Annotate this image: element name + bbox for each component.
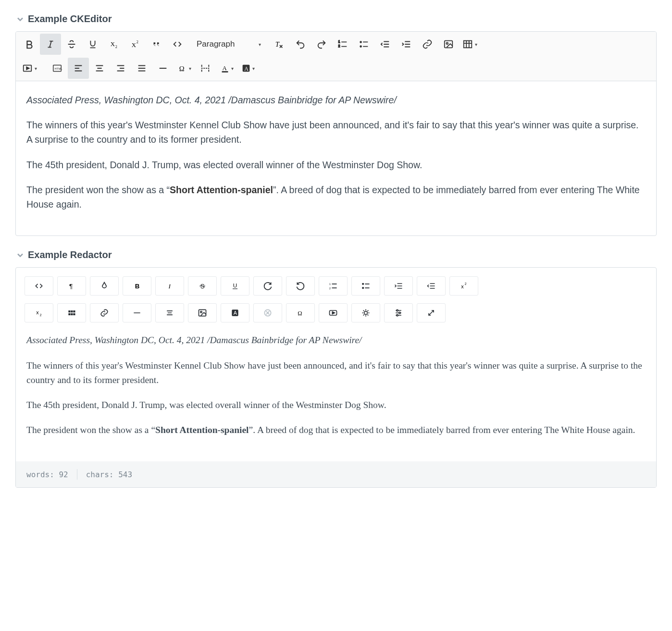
undo-button[interactable] (290, 34, 311, 55)
svg-point-104 (364, 311, 368, 315)
svg-text:Ω: Ω (179, 65, 184, 73)
svg-text:Ω: Ω (298, 310, 302, 317)
italic-button[interactable] (40, 34, 61, 55)
blockquote-button[interactable] (146, 34, 167, 55)
bold-button[interactable]: B (123, 276, 151, 296)
chevron-down-icon: ▾ (231, 66, 234, 71)
fullscreen-button[interactable] (417, 303, 446, 322)
svg-text:A: A (244, 65, 249, 72)
svg-point-95 (200, 311, 202, 313)
field-label: Example Redactor (28, 249, 112, 260)
svg-text:x: x (36, 309, 39, 315)
svg-line-109 (363, 310, 364, 311)
svg-text:1: 1 (338, 40, 340, 43)
svg-line-110 (368, 315, 369, 316)
special-characters-button[interactable]: Ω (286, 303, 315, 322)
ckeditor-content[interactable]: Associated Press, Washington DC, Oct. 4,… (16, 81, 656, 235)
redo-button[interactable] (311, 34, 332, 55)
code-button[interactable] (167, 34, 188, 55)
svg-marker-33 (26, 67, 29, 70)
svg-line-111 (363, 315, 364, 316)
align-center-button[interactable] (89, 58, 110, 79)
align-left-button[interactable] (68, 58, 89, 79)
html-embed-button[interactable]: HTML (47, 58, 68, 79)
video-button[interactable] (319, 303, 348, 322)
image-button[interactable] (438, 34, 459, 55)
strikethrough-button[interactable] (61, 34, 82, 55)
svg-point-117 (399, 312, 400, 314)
format-button[interactable]: ¶ (57, 276, 86, 296)
svg-text:x: x (461, 284, 464, 289)
heading-dropdown[interactable]: Paragraph ▾ (191, 35, 266, 54)
numbered-list-button[interactable]: 12 (332, 34, 353, 55)
indent-button[interactable] (384, 276, 413, 296)
link-button[interactable] (417, 34, 438, 55)
alignment-button[interactable] (155, 303, 184, 322)
svg-text:1: 1 (329, 283, 331, 286)
indent-button[interactable] (396, 34, 417, 55)
subscript-button[interactable]: X2 (103, 34, 124, 55)
table-button[interactable]: ▾ (459, 34, 480, 55)
svg-rect-84 (68, 310, 70, 312)
chevron-down-icon: ▾ (475, 42, 477, 47)
chevron-down-icon: ▾ (189, 66, 191, 71)
align-justify-button[interactable] (131, 58, 152, 79)
chevron-down-icon: ▾ (259, 42, 261, 47)
field-heading-redactor[interactable]: Example Redactor (15, 249, 657, 260)
bulleted-list-button[interactable] (353, 34, 374, 55)
undo-button[interactable] (286, 276, 315, 296)
link-button[interactable] (90, 303, 119, 322)
font-background-color-button[interactable]: A▾ (237, 58, 258, 79)
align-right-button[interactable] (110, 58, 131, 79)
inline-styles-button[interactable] (253, 303, 282, 322)
fontcolor-button[interactable] (90, 276, 119, 296)
image-button[interactable] (188, 303, 217, 322)
chevron-down-icon (15, 250, 25, 260)
page-break-button[interactable] (195, 58, 216, 79)
byline-text: Associated Press, Washington DC, Oct. 4,… (26, 335, 362, 345)
outdent-button[interactable] (374, 34, 396, 55)
svg-point-118 (397, 315, 398, 316)
svg-text:2: 2 (329, 287, 331, 290)
underline-button[interactable]: U (221, 276, 249, 296)
properties-button[interactable] (384, 303, 413, 322)
field-heading-ckeditor[interactable]: Example CKEditor (15, 13, 657, 25)
svg-line-2 (50, 41, 51, 48)
ordered-list-button[interactable]: 12 (319, 276, 348, 296)
remove-format-button[interactable]: T (269, 34, 290, 55)
chevron-down-icon: ▾ (252, 66, 255, 71)
italic-button[interactable]: I (155, 276, 184, 296)
superscript-button[interactable]: X2 (124, 34, 146, 55)
paragraph: The president won the show as a “Short A… (26, 183, 646, 211)
outdent-button[interactable] (417, 276, 446, 296)
svg-rect-87 (68, 313, 70, 315)
redactor-statusbar: words: 92 chars: 543 (16, 461, 656, 487)
underline-button[interactable] (82, 34, 103, 55)
svg-point-116 (397, 310, 398, 311)
redactor-content[interactable]: Associated Press, Washington DC, Oct. 4,… (16, 328, 656, 461)
svg-text:A: A (234, 310, 237, 316)
font-color-button[interactable]: A▾ (216, 58, 237, 79)
svg-line-112 (368, 310, 369, 311)
table-button[interactable] (57, 303, 86, 322)
unordered-list-button[interactable] (351, 276, 380, 296)
subscript-button[interactable]: x2 (25, 303, 53, 322)
ckeditor-toolbar: X2 X2 Paragraph ▾ T 12 ▾ ▾ HTML (16, 32, 656, 81)
html-button[interactable] (25, 276, 53, 296)
chars-counter: chars: 543 (86, 470, 132, 479)
horizontal-line-button[interactable] (152, 58, 174, 79)
special-characters-button[interactable]: Ω▾ (174, 58, 195, 79)
strikethrough-button[interactable]: S (188, 276, 217, 296)
svg-text:U: U (233, 283, 237, 289)
media-embed-button[interactable]: ▾ (19, 58, 40, 79)
text-styles-button[interactable]: A (221, 303, 249, 322)
superscript-button[interactable]: x2 (449, 276, 478, 296)
widget-button[interactable] (351, 303, 380, 322)
svg-text:X: X (111, 41, 115, 48)
redo-button[interactable] (253, 276, 282, 296)
svg-marker-103 (332, 312, 335, 314)
words-counter: words: 92 (26, 470, 68, 479)
chevron-down-icon: ▾ (35, 66, 37, 71)
horizontal-rule-button[interactable] (123, 303, 151, 322)
bold-button[interactable] (19, 34, 40, 55)
